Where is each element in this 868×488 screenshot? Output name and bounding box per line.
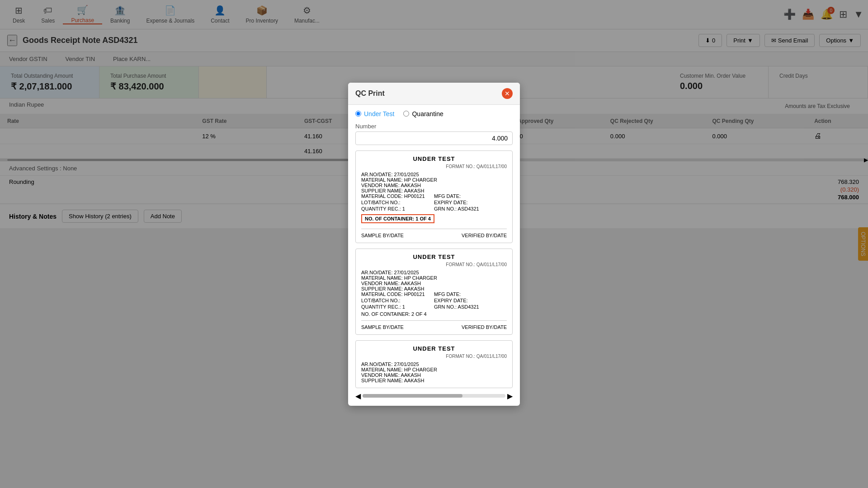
qc-card-2-expiry: EXPIRY DATE: [434, 298, 507, 303]
qc-card-2-grn: GRN NO.: ASD4321 [434, 304, 507, 310]
number-label: Number [355, 123, 513, 130]
hscroll-left[interactable]: ◀ [355, 392, 361, 400]
modal-title: QC Print [355, 89, 385, 98]
qc-card-2-lot: LOT/BATCH NO.: [361, 298, 434, 303]
qc-card-3: UNDER TEST FORMAT NO.: QA/011/L17/00 AR.… [355, 340, 513, 388]
qc-card-1-vendor: VENDOR NAME: AAKASH [361, 183, 507, 188]
qc-card-1-lot: LOT/BATCH NO.: [361, 200, 434, 205]
modal-body: Under Test Quarantine Number UNDER TEST … [348, 105, 520, 406]
qc-card-1-container-highlighted: NO. OF CONTAINER: 1 OF 4 [361, 212, 507, 225]
qc-card-3-supplier: SUPPLIER NAME: AAKASH [361, 378, 507, 383]
qc-card-3-vendor: VENDOR NAME: AAKASH [361, 372, 507, 378]
qc-card-2-ar: AR.NO/DATE: 27/01/2025 [361, 270, 507, 275]
qc-card-1-mfg: MFG DATE: [434, 193, 507, 199]
qc-card-1-row1: MATERIAL CODE: HP00121 MFG DATE: [361, 193, 507, 199]
qc-card-2-vendor: VENDOR NAME: AAKASH [361, 281, 507, 286]
hscroll-right[interactable]: ▶ [507, 392, 513, 400]
qc-card-1-ar: AR.NO/DATE: 27/01/2025 [361, 172, 507, 177]
radio-quarantine[interactable]: Quarantine [403, 110, 443, 117]
qc-card-1-expiry: EXPIRY DATE: [434, 200, 507, 205]
qc-card-1-row3: QUANTITY REC.: 1 GRN NO.: ASD4321 [361, 206, 507, 211]
qc-card-1: UNDER TEST FORMAT NO.: QA/011/L17/00 AR.… [355, 150, 513, 243]
qc-card-1-format: FORMAT NO.: QA/011/L17/00 [361, 164, 507, 169]
qc-card-2-row2: LOT/BATCH NO.: EXPIRY DATE: [361, 298, 507, 303]
number-section: Number [355, 123, 513, 145]
qc-card-1-material: MATERIAL NAME: HP CHARGER [361, 177, 507, 183]
qc-cards-scroll[interactable]: UNDER TEST FORMAT NO.: QA/011/L17/00 AR.… [355, 150, 513, 388]
qc-card-2-row3: QUANTITY REC.: 1 GRN NO.: ASD4321 [361, 304, 507, 310]
qc-card-1-title: UNDER TEST [361, 155, 507, 162]
qc-card-2-row1: MATERIAL CODE: HP00121 MFG DATE: [361, 291, 507, 297]
qc-card-2-supplier: SUPPLIER NAME: AAKASH [361, 286, 507, 291]
modal-close-button[interactable]: ✕ [502, 88, 513, 99]
qc-card-1-footer: SAMPLE BY/DATE VERIFIED BY/DATE [361, 233, 507, 238]
qc-card-3-format: FORMAT NO.: QA/011/L17/00 [361, 354, 507, 359]
qc-card-3-title: UNDER TEST [361, 345, 507, 352]
radio-group: Under Test Quarantine [355, 110, 513, 117]
qc-card-2: UNDER TEST FORMAT NO.: QA/011/L17/00 AR.… [355, 249, 513, 335]
qc-card-1-matcode: MATERIAL CODE: HP00121 [361, 193, 434, 199]
radio-under-test[interactable]: Under Test [355, 110, 394, 117]
qc-print-modal: QC Print ✕ Under Test Quarantine Number [348, 83, 520, 406]
modal-header: QC Print ✕ [348, 83, 520, 105]
qc-card-2-matcode: MATERIAL CODE: HP00121 [361, 291, 434, 297]
qc-card-1-divider [361, 229, 507, 229]
qc-card-1-row2: LOT/BATCH NO.: EXPIRY DATE: [361, 200, 507, 205]
number-input[interactable] [355, 131, 513, 145]
qc-card-1-grn: GRN NO.: ASD4321 [434, 206, 507, 211]
qc-card-1-supplier: SUPPLIER NAME: AAKASH [361, 188, 507, 193]
qc-card-2-material: MATERIAL NAME: HP CHARGER [361, 275, 507, 281]
qc-card-2-title: UNDER TEST [361, 253, 507, 260]
qc-card-2-divider [361, 320, 507, 321]
qc-card-3-material: MATERIAL NAME: HP CHARGER [361, 367, 507, 372]
qc-card-2-mfg: MFG DATE: [434, 291, 507, 297]
qc-card-2-footer: SAMPLE BY/DATE VERIFIED BY/DATE [361, 324, 507, 330]
modal-overlay: QC Print ✕ Under Test Quarantine Number [0, 0, 868, 488]
qc-card-3-ar: AR.NO/DATE: 27/01/2025 [361, 361, 507, 367]
qc-card-1-qty: QUANTITY REC.: 1 [361, 206, 434, 211]
qc-card-2-format: FORMAT NO.: QA/011/L17/00 [361, 262, 507, 267]
qc-card-2-container: NO. OF CONTAINER: 2 OF 4 [361, 311, 507, 317]
qc-card-2-qty: QUANTITY REC.: 1 [361, 304, 434, 310]
